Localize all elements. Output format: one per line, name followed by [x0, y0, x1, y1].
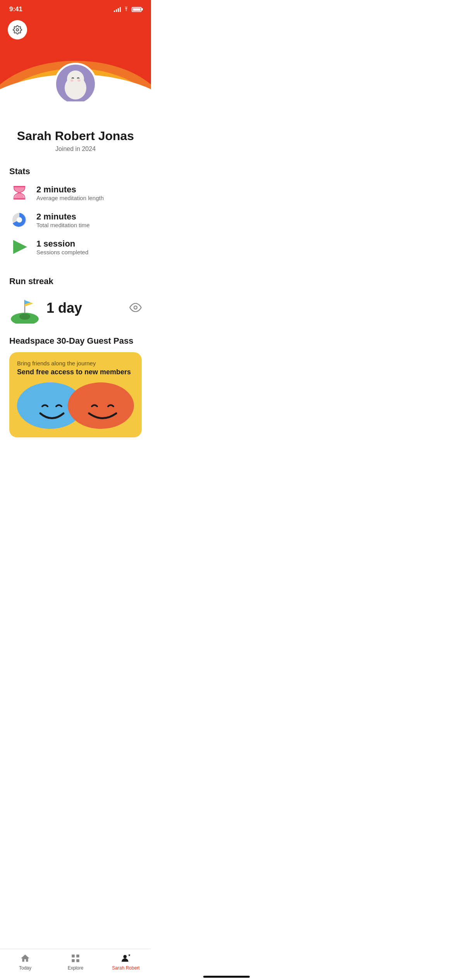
status-time: 9:41: [9, 5, 22, 13]
stats-title: Stats: [9, 166, 142, 176]
svg-point-17: [134, 306, 137, 309]
svg-point-4: [16, 29, 19, 31]
stat-avg-text: 2 minutes Average meditation length: [36, 185, 104, 201]
svg-marker-13: [13, 240, 27, 254]
svg-point-7: [70, 79, 74, 82]
streak-icon: [9, 293, 40, 324]
stat-total-text: 2 minutes Total meditation time: [36, 212, 90, 228]
settings-button[interactable]: [8, 20, 27, 39]
stat-total-label: Total meditation time: [36, 222, 90, 228]
profile-name: Sarah Robert Jonas: [8, 128, 143, 143]
stat-sessions-value: 1 session: [36, 239, 88, 249]
svg-point-8: [77, 79, 81, 82]
eye-icon: [129, 302, 142, 314]
streak-section: Run streak 1 day: [0, 270, 151, 330]
stat-avg-value: 2 minutes: [36, 185, 104, 195]
stat-sessions-label: Sessions completed: [36, 249, 88, 255]
profile-section: Sarah Robert Jonas Joined in 2024: [0, 101, 151, 160]
stat-avg-label: Average meditation length: [36, 195, 104, 201]
svg-point-16: [19, 314, 30, 320]
guest-pass-section: Headspace 30-Day Guest Pass Bring friend…: [0, 330, 151, 437]
stats-section: Stats 2 minutes: [0, 160, 151, 270]
stat-item-total: 2 minutes Total meditation time: [9, 210, 142, 230]
guest-pass-title: Headspace 30-Day Guest Pass: [9, 336, 142, 346]
stat-item-avg: 2 minutes Average meditation length: [9, 183, 142, 203]
stat-item-sessions: 1 session Sessions completed: [9, 237, 142, 257]
guest-pass-subtitle: Bring friends along the journey: [17, 360, 134, 367]
gear-icon: [13, 25, 22, 34]
streak-value: 1 day: [46, 300, 82, 316]
blob-orange: [68, 382, 134, 429]
streak-card: 1 day: [9, 293, 142, 324]
hero-section: [0, 16, 151, 101]
signal-icon: [114, 7, 121, 12]
hourglass-icon: [9, 183, 29, 203]
battery-icon: [132, 7, 142, 12]
card-illustrations: [17, 382, 134, 429]
svg-point-6: [67, 70, 84, 87]
wifi-icon: [123, 6, 129, 12]
avatar: [54, 63, 97, 101]
status-bar: 9:41: [0, 0, 151, 16]
avatar-container: [54, 63, 97, 101]
guest-pass-cta: Send free access to new members: [17, 368, 134, 376]
guest-pass-card[interactable]: Bring friends along the journey Send fre…: [9, 352, 142, 437]
svg-point-12: [17, 217, 22, 223]
profile-joined: Joined in 2024: [8, 146, 143, 152]
streak-title: Run streak: [9, 276, 142, 286]
status-icons: [114, 6, 142, 12]
stat-sessions-text: 1 session Sessions completed: [36, 239, 88, 255]
stat-total-value: 2 minutes: [36, 212, 90, 222]
play-triangle-icon: [9, 237, 29, 257]
eye-button[interactable]: [129, 302, 142, 315]
pie-chart-icon: [9, 210, 29, 230]
